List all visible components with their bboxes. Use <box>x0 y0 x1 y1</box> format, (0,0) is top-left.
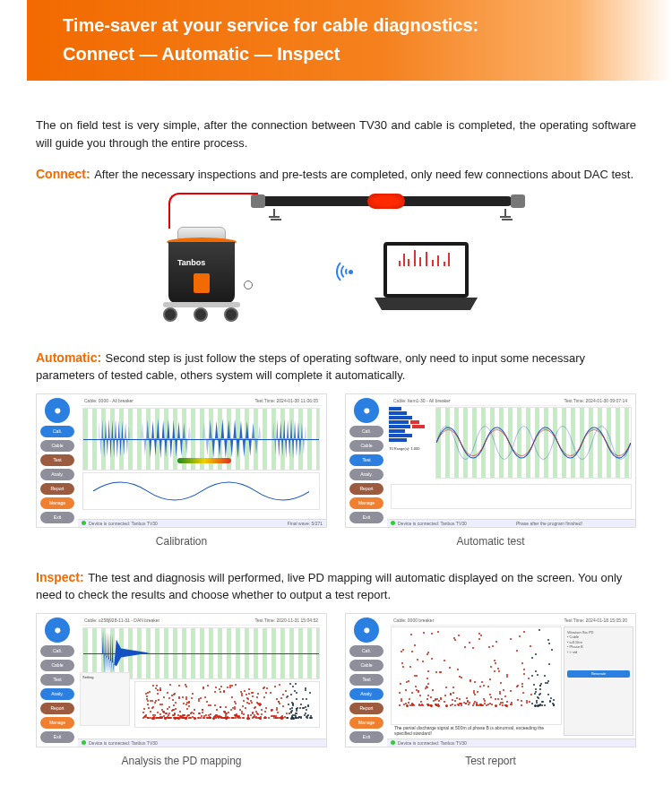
caption-automatic: Automatic test <box>345 535 636 548</box>
sidebar-item[interactable]: Cali. <box>40 426 74 437</box>
sidebar-item[interactable]: Cable <box>349 440 383 452</box>
sidebar-item[interactable]: Exit <box>40 512 74 523</box>
ground-icon <box>269 209 280 223</box>
inspect-text: The test and diagnosis will performed, l… <box>36 571 622 602</box>
test-device: Tanbos <box>161 227 242 325</box>
cable-label: Cable: Item1-30 - All breaker <box>393 398 451 403</box>
calib-waveform-chart <box>82 408 320 471</box>
app-sidebar: ⬤ Cali. Cable Test Analy. Report Manage … <box>346 614 387 747</box>
sidebar-item[interactable]: Cali. <box>349 645 383 657</box>
sidebar-item[interactable]: Report <box>40 703 74 714</box>
connect-illustration: Tanbos <box>143 193 529 332</box>
report-scatter-chart <box>391 626 562 725</box>
ground-icon <box>500 209 511 223</box>
sidebar-item[interactable]: Test <box>40 454 74 466</box>
sidebar-item[interactable]: Analy. <box>40 688 74 700</box>
sidebar-item[interactable]: Test <box>349 674 383 686</box>
screenshot-automatic: ⬤ Cali. Cable Test Analy. Report Manage … <box>345 393 636 528</box>
status-text: Device is connected: Tanbos TV30 <box>89 521 158 526</box>
inspect-label: Inspect: <box>36 570 84 584</box>
footer-right: Final wave: 5/271 <box>288 521 323 526</box>
automatic-label: Automatic: <box>36 350 101 365</box>
cable-label: Cable: 0000 breaker <box>393 618 434 623</box>
sidebar-logo: ⬤ <box>45 618 70 643</box>
header-banner: Time-saver at your service for cable dia… <box>27 0 672 81</box>
sidebar-item[interactable]: Report <box>40 483 74 495</box>
sidebar-item[interactable]: Exit <box>349 731 383 743</box>
screenshot-calibration: ⬤ Cali. Cable Test Analy. Report Manage … <box>36 393 327 528</box>
test-time: Test Time: 2024-01-18 15:05:20 <box>564 618 627 623</box>
range-label: T0 Range(s): 1.000 <box>389 446 432 451</box>
test-time: Test Time: 2020-11-31 15:04:52 <box>254 618 318 623</box>
sidebar-item[interactable]: Analy. <box>349 469 383 480</box>
footer-center: Phase after the program finished! <box>516 521 582 526</box>
sidebar-item[interactable]: Cable <box>40 440 74 452</box>
step-automatic: Automatic: Second step is just follow th… <box>36 350 636 384</box>
sidebar-logo: ⬤ <box>45 398 70 423</box>
app-sidebar: ⬤ Cali. Cable Test Analy. Report Manage … <box>346 394 387 527</box>
laptop <box>375 242 478 318</box>
caption-calibration: Calibration <box>36 535 327 548</box>
hv-wire <box>168 193 258 229</box>
severity-bar <box>177 458 231 463</box>
step-inspect: Inspect: The test and diagnosis will per… <box>36 569 636 604</box>
sidebar-item[interactable]: Test <box>40 674 74 686</box>
status-text: Device is connected: Tanbos TV30 <box>89 740 158 746</box>
wifi-icon <box>336 260 366 283</box>
status-text: Device is connected: Tanbos TV30 <box>398 740 467 746</box>
screenshot-report: ⬤ Cali. Cable Test Analy. Report Manage … <box>345 613 636 747</box>
sidebar-item[interactable]: Cable <box>40 660 74 671</box>
pd-settings-panel: Setting <box>80 672 130 726</box>
connect-label: Connect: <box>36 167 90 181</box>
device-brand: Tanbos <box>177 258 205 267</box>
sidebar-item[interactable]: Analy. <box>40 469 74 480</box>
sidebar-item[interactable]: Manage <box>349 497 383 509</box>
report-side-panel: Vibration Sta PD • Cable• t=0.5km• Phase… <box>564 626 633 736</box>
screenshot-pd-mapping: ⬤ Cali. Cable Test Analy. Report Manage … <box>36 613 327 747</box>
connect-text: After the necessary inspections and pre-… <box>94 168 633 181</box>
ground-ball-icon <box>244 281 253 289</box>
sidebar-item[interactable]: Report <box>349 483 383 495</box>
sidebar-item[interactable]: Report <box>349 703 383 714</box>
sidebar-item[interactable]: Manage <box>40 717 74 729</box>
sidebar-item[interactable]: Exit <box>40 731 74 743</box>
auto-waveform-chart <box>435 407 632 479</box>
cable-label: Cable: 0000 - All breaker <box>84 398 134 403</box>
histogram-panel: T0 Range(s): 1.000 <box>389 407 432 470</box>
header-title-line2: Connect — Automatic — Inspect <box>63 39 672 68</box>
sidebar-logo: ⬤ <box>354 618 379 643</box>
header-title-line1: Time-saver at your service for cable dia… <box>63 11 672 39</box>
calib-learn-curve <box>82 472 320 510</box>
caption-report: Test report <box>345 755 636 767</box>
intro-text: The on field test is very simple, after … <box>36 117 636 151</box>
sidebar-item[interactable]: Manage <box>40 497 74 509</box>
auto-lower-panel <box>391 484 632 509</box>
report-note: The partial discharge signal at 500m of … <box>394 725 558 736</box>
app-sidebar: ⬤ Cali. Cable Test Analy. Report Manage … <box>37 394 78 527</box>
cable-end-right <box>511 194 525 208</box>
sidebar-item[interactable]: Test <box>349 454 383 466</box>
app-sidebar: ⬤ Cali. Cable Test Analy. Report Manage … <box>37 614 78 747</box>
cable-joint <box>367 194 405 209</box>
caption-pd: Analysis the PD mapping <box>36 755 327 767</box>
sidebar-item[interactable]: Cali. <box>40 645 74 657</box>
test-time: Test Time: 2024-01-30 09:07:14 <box>564 398 627 403</box>
step-connect: Connect: After the necessary inspections… <box>36 166 636 184</box>
pd-scatter-chart <box>134 681 320 728</box>
status-text: Device is connected: Tanbos TV30 <box>398 521 467 526</box>
generate-report-button[interactable]: Generate <box>567 670 630 678</box>
sidebar-item[interactable]: Cali. <box>349 426 383 437</box>
sidebar-logo: ⬤ <box>354 398 379 423</box>
cable-label: Cable: u258j928-11-31 - DAN breaker <box>84 618 159 623</box>
sidebar-item[interactable]: Analy. <box>349 688 383 700</box>
sidebar-item[interactable]: Cable <box>349 660 383 671</box>
automatic-text: Second step is just follow the steps of … <box>36 351 585 383</box>
test-time: Test Time: 2024-01-30 11:06:05 <box>254 398 318 403</box>
sidebar-item[interactable]: Exit <box>349 512 383 523</box>
sidebar-item[interactable]: Manage <box>349 717 383 729</box>
